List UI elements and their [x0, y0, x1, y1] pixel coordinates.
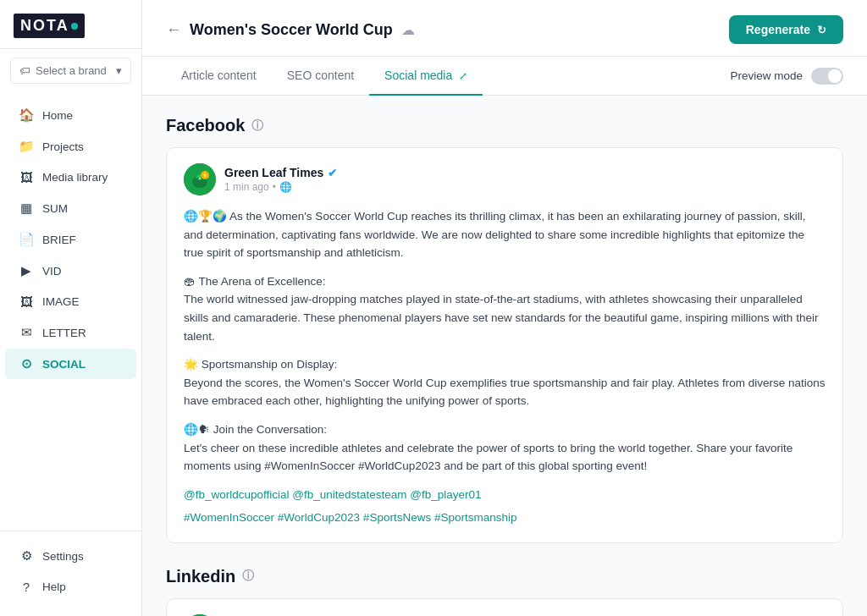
facebook-card-header: Green Leaf Times ✔ 1 min ago • 🌐	[184, 163, 826, 195]
header: ← Women's Soccer World Cup ☁ Regenerate …	[142, 0, 867, 57]
header-left: ← Women's Soccer World Cup ☁	[166, 21, 415, 39]
linkedin-section-title: Linkedin ⓘ	[166, 567, 843, 586]
publisher-name: Green Leaf Times ✔	[224, 166, 826, 179]
linkedin-info-icon[interactable]: ⓘ	[242, 569, 254, 584]
logo-area: NOTA	[0, 0, 141, 49]
facebook-section: Facebook ⓘ	[166, 116, 843, 543]
content-area: Facebook ⓘ	[142, 96, 867, 616]
sidebar-item-settings[interactable]: ⚙ Settings	[5, 541, 136, 571]
facebook-hashtags[interactable]: #WomenInSoccer #WorldCup2023 #SportsNews…	[184, 509, 826, 527]
sidebar-item-label: VID	[42, 265, 62, 278]
publisher-meta: Green Leaf Times ✔ 1 min ago • 🌐	[224, 166, 826, 193]
sidebar-item-label: Help	[42, 580, 66, 593]
tab-social-media[interactable]: Social media ⤢	[369, 57, 483, 96]
sidebar-item-label: SUM	[42, 202, 68, 215]
sidebar-item-image[interactable]: 🖼 IMAGE	[5, 287, 136, 316]
facebook-info-icon[interactable]: ⓘ	[251, 118, 263, 134]
sidebar-item-label: Projects	[42, 140, 84, 153]
sidebar: NOTA 🏷 Select a brand ▾ 🏠 Home 📁 Project…	[0, 0, 142, 616]
linkedin-section: Linkedin ⓘ	[166, 567, 843, 616]
facebook-card: Green Leaf Times ✔ 1 min ago • 🌐 🌐🏆🌍 As …	[166, 147, 843, 543]
chevron-down-icon: ▾	[116, 64, 122, 77]
page-title: Women's Soccer World Cup	[190, 21, 393, 39]
logo-dot	[71, 23, 78, 30]
preview-mode-label: Preview mode	[730, 69, 803, 82]
verified-icon: ✔	[328, 167, 337, 179]
image-icon: 🖼	[19, 170, 34, 184]
tabs-bar: Article content SEO content Social media…	[142, 57, 867, 96]
preview-mode-toggle[interactable]	[811, 68, 843, 85]
main-area: ← Women's Soccer World Cup ☁ Regenerate …	[142, 0, 867, 616]
tab-seo-content[interactable]: SEO content	[272, 57, 369, 96]
facebook-section-title: Facebook ⓘ	[166, 116, 843, 135]
facebook-post-body: 🌐🏆🌍 As the Women's Soccer World Cup reac…	[184, 207, 826, 527]
tabs-left: Article content SEO content Social media…	[166, 57, 483, 95]
sidebar-item-label: SOCIAL	[42, 358, 86, 371]
home-icon: 🏠	[19, 107, 34, 123]
sidebar-item-label: Home	[42, 109, 73, 122]
brief-icon: 📄	[19, 232, 34, 247]
sidebar-item-letter[interactable]: ✉ LETTER	[5, 317, 136, 348]
sidebar-item-label: LETTER	[42, 327, 86, 339]
publisher-avatar	[184, 163, 216, 195]
gear-icon: ⚙	[19, 548, 34, 564]
sidebar-nav: 🏠 Home 📁 Projects 🖼 Media library ▦ SUM …	[0, 92, 141, 531]
help-icon: ?	[19, 580, 34, 594]
letter-icon: ✉	[19, 325, 34, 340]
image-nav-icon: 🖼	[19, 294, 34, 309]
facebook-mentions[interactable]: @fb_worldcupofficial @fb_unitedstatestea…	[184, 486, 826, 504]
regenerate-button[interactable]: Regenerate ↻	[729, 15, 843, 44]
sidebar-item-label: Settings	[42, 550, 84, 563]
sidebar-item-sum[interactable]: ▦ SUM	[5, 193, 136, 223]
brand-label: Select a brand	[36, 64, 107, 77]
sidebar-item-label: BRIEF	[42, 234, 76, 246]
brand-selector[interactable]: 🏷 Select a brand ▾	[10, 58, 131, 84]
folder-icon: 📁	[19, 139, 34, 154]
sidebar-item-label: Media library	[42, 171, 108, 184]
tag-icon: 🏷	[19, 64, 30, 77]
back-button[interactable]: ←	[166, 21, 181, 39]
sidebar-item-projects[interactable]: 📁 Projects	[5, 131, 136, 162]
globe-icon: •	[273, 181, 276, 193]
sidebar-item-social[interactable]: ⊙ SOCIAL	[5, 349, 136, 379]
refresh-icon: ↻	[817, 24, 826, 36]
post-time: 1 min ago • 🌐	[224, 181, 826, 193]
vid-icon: ▶	[19, 263, 34, 278]
sum-icon: ▦	[19, 201, 34, 216]
sidebar-item-media-library[interactable]: 🖼 Media library	[5, 162, 136, 192]
logo: NOTA	[14, 14, 85, 38]
sidebar-item-label: IMAGE	[42, 295, 80, 308]
tab-article-content[interactable]: Article content	[166, 57, 272, 96]
cloud-icon[interactable]: ☁	[401, 22, 415, 38]
sidebar-item-home[interactable]: 🏠 Home	[5, 100, 136, 130]
sidebar-item-vid[interactable]: ▶ VID	[5, 256, 136, 286]
linkedin-card: Green Leaf Times ✔ 1 min ago • 🌐 The Wom…	[166, 598, 843, 616]
public-icon: 🌐	[279, 181, 292, 193]
sidebar-item-brief[interactable]: 📄 BRIEF	[5, 224, 136, 255]
sidebar-item-help[interactable]: ? Help	[5, 572, 136, 602]
sidebar-bottom: ⚙ Settings ? Help	[0, 531, 141, 616]
external-link-icon: ⤢	[459, 70, 467, 82]
preview-mode-toggle-area: Preview mode	[730, 68, 843, 85]
social-icon: ⊙	[19, 356, 34, 371]
